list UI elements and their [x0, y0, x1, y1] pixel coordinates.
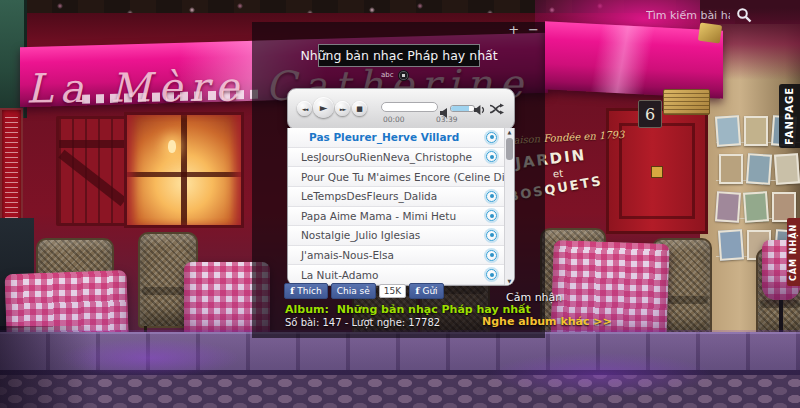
track-title: Pas Pleurer_Herve Villard: [309, 131, 459, 143]
playlist-scrollbar[interactable]: ▲ ▼: [504, 128, 514, 285]
postcard: [746, 153, 772, 185]
download-icon[interactable]: [486, 210, 497, 221]
download-icon[interactable]: [486, 230, 497, 241]
playlist-title: Những bản nhạc Pháp hay nhất: [318, 44, 480, 67]
send-label: Gửi: [422, 286, 437, 296]
download-icon[interactable]: [486, 269, 497, 280]
abc-icon: abc: [381, 71, 394, 79]
fb-like-button[interactable]: f Thích: [284, 283, 328, 299]
track-title: Pour Que Tu M'aimes Encore (Celine Dion): [301, 171, 515, 183]
tab-feedback[interactable]: CẢM NHẬN: [787, 218, 800, 286]
facebook-buttons: f Thích Chia sẻ 15K f Gửi: [284, 284, 444, 298]
playlist-row[interactable]: Papa Aime Mama - Mimi Hetu: [288, 207, 514, 227]
facebook-icon: f: [290, 286, 294, 296]
fb-share-button[interactable]: Chia sẻ: [331, 283, 376, 299]
other-albums-link[interactable]: Nghe album khác >>: [482, 315, 612, 328]
postcard: [718, 229, 744, 261]
scrollbar-thumb[interactable]: [506, 138, 513, 160]
wooden-shutter-door: [56, 116, 128, 226]
play-button[interactable]: ►: [313, 97, 334, 118]
playlist-row[interactable]: Nostalgie_Julio Iglesias: [288, 226, 514, 246]
share-label: Chia sẻ: [337, 286, 370, 296]
checkered-table: [550, 240, 669, 346]
album-label: Album:: [285, 303, 329, 316]
postcard: [715, 191, 741, 223]
like-label: Thích: [297, 286, 321, 296]
playlist-row[interactable]: LesJoursOuRienNeva_Christophe: [288, 148, 514, 168]
download-icon[interactable]: [486, 151, 497, 162]
download-icon[interactable]: [486, 191, 497, 202]
corner-shade: [0, 326, 95, 408]
volume-down-icon[interactable]: [440, 103, 448, 122]
volume-slider[interactable]: [450, 105, 475, 112]
stop-button[interactable]: ■: [352, 101, 367, 116]
track-title: J'amais-Nous-Elsa: [301, 249, 394, 261]
postcard: [774, 153, 800, 185]
page: La Mère Catherine 6 Maison Fondée en 179…: [0, 0, 800, 408]
track-title: Nostalgie_Julio Iglesias: [301, 229, 420, 241]
postcard: [744, 116, 768, 146]
facebook-icon: f: [415, 286, 419, 296]
playlist-row[interactable]: Pas Pleurer_Herve Villard: [288, 128, 514, 148]
volume-fill: [451, 106, 469, 111]
playlist-row[interactable]: Pour Que Tu M'aimes Encore (Celine Dion): [288, 167, 514, 187]
current-time: 00:00: [383, 115, 405, 124]
fb-send-button[interactable]: f Gửi: [409, 283, 444, 299]
like-count-badge: 15K: [379, 284, 406, 298]
player-controls: ◄◄ ► ►► ■ 00:00 03:39: [287, 88, 515, 130]
search-icon[interactable]: [736, 7, 752, 23]
track-title: LesJoursOuRienNeva_Christophe: [301, 151, 472, 163]
disc-icon: [398, 70, 409, 81]
next-button[interactable]: ►►: [335, 101, 350, 116]
et-text: et: [553, 168, 564, 180]
postcard: [715, 115, 741, 147]
download-icon[interactable]: [486, 250, 497, 261]
scroll-down-icon[interactable]: ▼: [508, 277, 512, 285]
previous-button[interactable]: ◄◄: [297, 101, 312, 116]
cobblestone-street: [0, 375, 800, 408]
track-title: LeTempsDesFleurs_Dalida: [301, 190, 437, 202]
tab-fanpage[interactable]: FANPAGE: [779, 84, 800, 148]
album-stats: Số bài: 147 - Lượt nghe: 17782: [285, 317, 440, 328]
track-title: Papa Aime Mama - Mimi Hetu: [301, 210, 456, 222]
search-input[interactable]: [644, 8, 732, 23]
playlist: Pas Pleurer_Herve VillardLesJoursOuRienN…: [287, 128, 515, 286]
playlist-row[interactable]: LeTempsDesFleurs_Dalida: [288, 187, 514, 207]
zoom-in-icon[interactable]: +: [508, 23, 519, 37]
progress-bar[interactable]: [381, 102, 438, 112]
track-title: La Nuit-Adamo: [301, 269, 378, 281]
brass-plaque: [663, 89, 710, 115]
scroll-up-icon[interactable]: ▲: [508, 128, 512, 136]
zoom-out-icon[interactable]: −: [528, 23, 539, 37]
lantern-light: [168, 140, 176, 153]
volume-up-icon[interactable]: [474, 101, 486, 120]
glowing-window: [124, 112, 244, 228]
download-icon[interactable]: [486, 132, 497, 143]
menu-board: [0, 108, 23, 224]
playlist-row[interactable]: J'amais-Nous-Elsa: [288, 246, 514, 266]
search-bar: [644, 4, 754, 26]
shuffle-icon[interactable]: [489, 101, 504, 120]
street-number-plaque: 6: [638, 100, 662, 128]
panel-zoom-controls: + −: [508, 23, 539, 37]
postcard: [719, 154, 743, 184]
postcard: [743, 191, 769, 223]
